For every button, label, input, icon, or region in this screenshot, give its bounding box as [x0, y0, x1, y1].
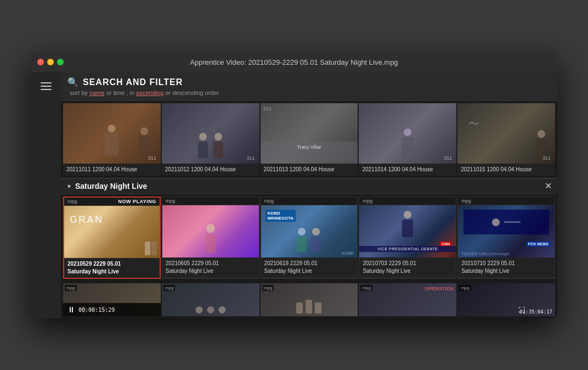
fullscreen-button[interactable]: ⛶ [518, 305, 525, 315]
sort-descending-label: descending [172, 89, 203, 96]
snl-video-card-5[interactable]: mpg FOX NEWS TUCKER CARLSON tonight 2021… [457, 197, 555, 279]
house-video-label-3: 20211013 1200 04.04 House [261, 164, 358, 176]
app-window: Apprentice Video: 20210529-2229 05.01 Sa… [31, 52, 557, 318]
snl-video-label-1: 20210529 2229 05.01Saturday Night Live [64, 258, 160, 278]
house-video-card-4[interactable]: 311 20211014 1200 04.04 House [359, 103, 456, 176]
house-thumb-4: 311 [359, 103, 456, 164]
now-playing-badge: NOW PLAYING [118, 199, 156, 204]
thumb-overlay: 311 [148, 155, 156, 161]
snl-video-label-3: 20210619 2229 05.01Saturday Night Live [261, 257, 358, 277]
window-title: Apprentice Video: 20210529-2229 05.01 Sa… [190, 58, 398, 66]
play-controls: ⏸ 00:00:15:29 [67, 305, 115, 314]
fox-overlay: FOX NEWS [527, 242, 550, 246]
house-thumb-5: ～ 311 [457, 103, 555, 164]
sort-in-label: , in [126, 89, 134, 96]
search-icon: 🔍 [67, 77, 78, 87]
bottom-thumb-inner-2: mpg [162, 283, 259, 316]
maximize-button[interactable] [57, 59, 64, 65]
house-video-label-4: 20211014 1200 04.04 House [359, 164, 456, 176]
close-button[interactable] [37, 59, 44, 65]
thumb-overlay: 311 [247, 155, 255, 161]
traffic-lights [37, 59, 64, 65]
snl-video-card-1[interactable]: mpg NOW PLAYING GRAN 20210529 2229 05.01… [63, 197, 161, 279]
sort-ascending-link[interactable]: ascending [136, 89, 163, 96]
sort-order-label: order [205, 89, 219, 96]
title-bar: Apprentice Video: 20210529-2229 05.01 Sa… [31, 52, 557, 72]
section-title-text: Saturday Night Live [75, 182, 147, 190]
sort-or2-label: or [165, 89, 172, 96]
section-close-button[interactable]: ✕ [545, 182, 552, 190]
thumb-overlay: 311 [444, 155, 452, 161]
snl-video-card-3[interactable]: mpg KDBDMINNESOTA [261, 197, 358, 279]
search-row: 🔍 SEARCH AND FILTER [67, 77, 551, 87]
sort-name-link[interactable]: name [89, 89, 105, 96]
hamburger-line [41, 86, 52, 87]
mpg-badge: mpg [264, 198, 274, 204]
snl-thumb-2 [162, 205, 259, 257]
bottom-thumb-inner-4: mpg OPERATION [359, 283, 456, 316]
sort-by-label: sort by [70, 89, 88, 96]
mpg-badge: mpg [67, 199, 77, 204]
house-thumb-3: Tracy Villar 311 [261, 103, 358, 164]
snl-thumb-4: CNN VICE PRESIDENTIAL DEBATE [359, 205, 456, 257]
snl-thumb-3: KDBDMINNESOTA KDBD [261, 205, 358, 257]
bottom-card-1[interactable]: mpg ⏸ 00:00:15:29 [63, 283, 161, 316]
thumb-overlay: 311 [542, 155, 551, 161]
bottom-card-5[interactable]: mpg 01:35:04:17 ⛶ [457, 283, 555, 316]
content-area: 🔍 SEARCH AND FILTER sort by name or time… [61, 72, 557, 318]
minimize-button[interactable] [47, 59, 54, 65]
bottom-thumb-inner-3: mpg [261, 283, 358, 316]
section-title: ▼ Saturday Night Live [66, 182, 147, 190]
mpg-badge-bottom-1: mpg [65, 285, 77, 291]
mpg-badge: mpg [166, 198, 176, 204]
house-thumb-1: 311 [63, 103, 161, 164]
hamburger-line [41, 82, 52, 83]
search-bar: 🔍 SEARCH AND FILTER sort by name or time… [61, 72, 557, 101]
house-video-card-3[interactable]: Tracy Villar 311 20211013 1200 04.04 Hou… [261, 103, 358, 176]
snl-badge-5: mpg [458, 197, 555, 205]
house-video-label-5: 20211015 1200 04.04 House [457, 164, 555, 176]
bottom-strip: mpg ⏸ 00:00:15:29 [61, 281, 557, 318]
bottom-card-3[interactable]: mpg [261, 283, 358, 316]
search-title: SEARCH AND FILTER [83, 77, 183, 87]
sort-time-label: time [114, 89, 125, 96]
house-video-grid: 311 20211011 1200 04.04 House [61, 101, 557, 178]
house-video-card-1[interactable]: 311 20211011 1200 04.04 House [63, 103, 161, 176]
kdbd-overlay: KDBDMINNESOTA [265, 210, 296, 222]
house-thumb-2: 311 [162, 103, 259, 164]
mpg-badge-bottom-3: mpg [262, 285, 274, 291]
snl-video-card-4[interactable]: mpg CNN VICE PRESIDENTIAL DEBATE 2021070… [359, 197, 456, 279]
snl-badge-1: mpg NOW PLAYING [64, 198, 160, 206]
mpg-badge-bottom-4: mpg [360, 285, 372, 291]
house-video-label-1: 20211011 1200 04.04 House [63, 164, 161, 176]
current-time: 00:00:15:29 [78, 307, 115, 313]
bottom-thumb-inner-1: mpg ⏸ 00:00:15:29 [63, 283, 161, 316]
house-video-card-5[interactable]: ～ 311 20211015 1200 04.04 House [457, 103, 555, 176]
snl-badge-3: mpg [261, 197, 358, 205]
mpg-badge-bottom-2: mpg [163, 285, 176, 291]
snl-thumb-1: GRAN [64, 206, 160, 258]
playback-bar: ⏸ 00:00:15:29 [63, 303, 161, 316]
mpg-badge: mpg [363, 198, 372, 204]
bottom-card-4[interactable]: mpg OPERATION [359, 283, 456, 316]
snl-badge-4: mpg [359, 197, 456, 205]
section-header: ▼ Saturday Night Live ✕ [61, 178, 557, 194]
bottom-card-2[interactable]: mpg [162, 283, 259, 316]
snl-video-label-2: 20210605 2229 05.01Saturday Night Live [162, 257, 259, 277]
sort-or-label: or [106, 89, 114, 96]
main-content: 🔍 SEARCH AND FILTER sort by name or time… [31, 72, 557, 318]
vp-debate-bar: VICE PRESIDENTIAL DEBATE [359, 246, 456, 252]
gran-text: GRAN [70, 214, 103, 226]
bottom-thumb-inner-5: mpg 01:35:04:17 ⛶ [457, 283, 555, 316]
house-video-label-2: 20211012 1200 04.04 House [162, 164, 259, 176]
menu-button[interactable] [36, 78, 56, 94]
house-video-card-2[interactable]: 311 20211012 1200 04.04 House [162, 103, 259, 176]
mpg-badge-bottom-5: mpg [459, 285, 471, 291]
snl-video-grid: mpg NOW PLAYING GRAN 20210529 2229 05.01… [61, 194, 557, 281]
triangle-icon: ▼ [66, 183, 72, 189]
snl-video-label-4: 20210703 2229 05.01Saturday Night Live [359, 257, 456, 277]
hamburger-line [41, 89, 52, 90]
snl-video-card-2[interactable]: mpg 20210605 2229 05.01Saturday Night Li… [162, 197, 259, 279]
sort-row: sort by name or time , in ascending or d… [67, 89, 551, 96]
pause-button[interactable]: ⏸ [67, 305, 75, 314]
